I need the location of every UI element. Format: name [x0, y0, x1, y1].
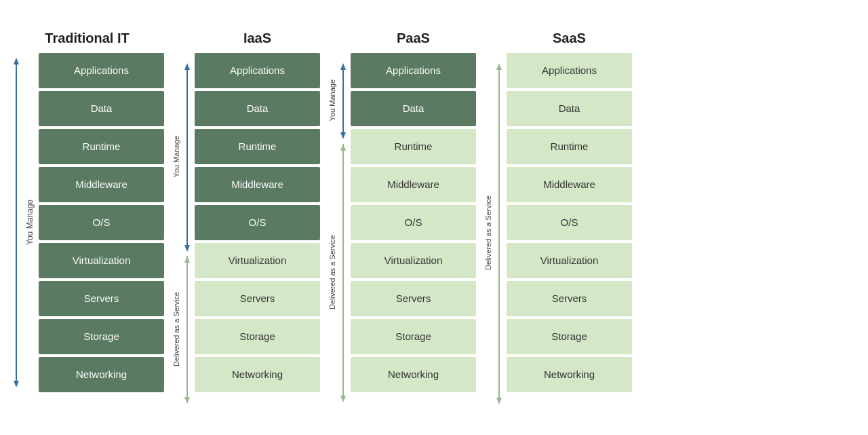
layer-applications-traditional: Applications [39, 53, 164, 88]
iaas-right-arrows: You Manage Delivered as a Service [172, 62, 192, 405]
saas-right-arrows: Delivered as a Service [484, 62, 504, 405]
layer-runtime-paas: Runtime [351, 129, 476, 164]
layer-middleware-paas: Middleware [351, 167, 476, 202]
layer-storage-paas: Storage [351, 319, 476, 354]
traditional-it-title: Traditional IT [45, 31, 129, 46]
svg-marker-16 [496, 63, 502, 70]
paas-right-arrows: You Manage Delivered as a Service [328, 62, 348, 403]
layer-os-iaas: O/S [195, 205, 320, 240]
delivered-arrow-paas [338, 143, 348, 403]
layer-virtualization-traditional: Virtualization [39, 243, 164, 278]
layer-data-traditional: Data [39, 91, 164, 126]
layer-networking-traditional: Networking [39, 357, 164, 392]
delivered-arrow-saas [494, 62, 504, 405]
layer-virtualization-paas: Virtualization [351, 243, 476, 278]
layer-servers-paas: Servers [351, 281, 476, 316]
svg-marker-4 [184, 63, 190, 70]
delivered-label-iaas: Delivered as a Service [172, 292, 180, 366]
svg-marker-17 [496, 398, 502, 404]
saas-title: SaaS [553, 31, 586, 46]
paas-row: Applications Data Runtime Middleware O/S… [351, 53, 476, 392]
layer-applications-iaas: Applications [195, 53, 320, 88]
iaas-row: Applications Data Runtime Middleware O/S… [195, 53, 320, 392]
layer-runtime-traditional: Runtime [39, 129, 164, 164]
delivered-label-paas: Delivered as a Service [328, 235, 336, 309]
svg-marker-14 [340, 396, 346, 402]
layer-applications-saas: Applications [507, 53, 632, 88]
traditional-it-row: You Manage Applications Data Runtime Mid… [10, 53, 164, 392]
saas-model: SaaS Applications Data Runtime Middlewar… [507, 31, 632, 392]
layer-data-saas: Data [507, 91, 632, 126]
layer-os-saas: O/S [507, 205, 632, 240]
you-manage-arrow-iaas [182, 62, 192, 252]
delivered-label-saas: Delivered as a Service [484, 195, 492, 270]
layer-networking-paas: Networking [351, 357, 476, 392]
saas-stack: Applications Data Runtime Middleware O/S… [507, 53, 632, 392]
layer-os-paas: O/S [351, 205, 476, 240]
layer-runtime-iaas: Runtime [195, 129, 320, 164]
layer-servers-iaas: Servers [195, 281, 320, 316]
layer-networking-iaas: Networking [195, 357, 320, 392]
layer-data-iaas: Data [195, 91, 320, 126]
layer-virtualization-saas: Virtualization [507, 243, 632, 278]
svg-marker-1 [14, 58, 19, 64]
delivered-arrow-iaas [182, 254, 192, 405]
you-manage-label-iaas: You Manage [172, 136, 180, 177]
page-layout: Traditional IT You Manage Applications D… [7, 20, 861, 415]
saas-row: Applications Data Runtime Middleware O/S… [507, 53, 632, 392]
layer-storage-iaas: Storage [195, 319, 320, 354]
layer-data-paas: Data [351, 91, 476, 126]
layer-servers-saas: Servers [507, 281, 632, 316]
layer-networking-saas: Networking [507, 357, 632, 392]
layer-middleware-saas: Middleware [507, 167, 632, 202]
svg-marker-11 [340, 132, 346, 139]
layer-middleware-traditional: Middleware [39, 167, 164, 202]
svg-marker-5 [184, 245, 190, 252]
you-manage-label-paas: You Manage [328, 79, 336, 121]
layer-storage-saas: Storage [507, 319, 632, 354]
paas-title: PaaS [397, 31, 430, 46]
svg-marker-10 [340, 63, 346, 70]
traditional-it-model: Traditional IT You Manage Applications D… [10, 31, 164, 392]
svg-marker-13 [340, 144, 346, 151]
iaas-model: IaaS Applications Data Runtime Middlewar… [195, 31, 320, 392]
iaas-stack: Applications Data Runtime Middleware O/S… [195, 53, 320, 392]
you-manage-label-traditional: You Manage [25, 200, 35, 245]
layer-os-traditional: O/S [39, 205, 164, 240]
you-manage-arrow-paas [338, 62, 348, 140]
traditional-it-stack: Applications Data Runtime Middleware O/S… [39, 53, 164, 392]
you-manage-arrow-traditional [10, 56, 22, 389]
layer-storage-traditional: Storage [39, 319, 164, 354]
paas-model: PaaS Applications Data Runtime Middlewar… [351, 31, 476, 392]
iaas-title: IaaS [243, 31, 271, 46]
paas-stack: Applications Data Runtime Middleware O/S… [351, 53, 476, 392]
layer-virtualization-iaas: Virtualization [195, 243, 320, 278]
layer-applications-paas: Applications [351, 53, 476, 88]
svg-marker-7 [184, 256, 190, 263]
layer-middleware-iaas: Middleware [195, 167, 320, 202]
svg-marker-8 [184, 397, 190, 404]
layer-runtime-saas: Runtime [507, 129, 632, 164]
layer-servers-traditional: Servers [39, 281, 164, 316]
svg-marker-2 [14, 381, 19, 387]
